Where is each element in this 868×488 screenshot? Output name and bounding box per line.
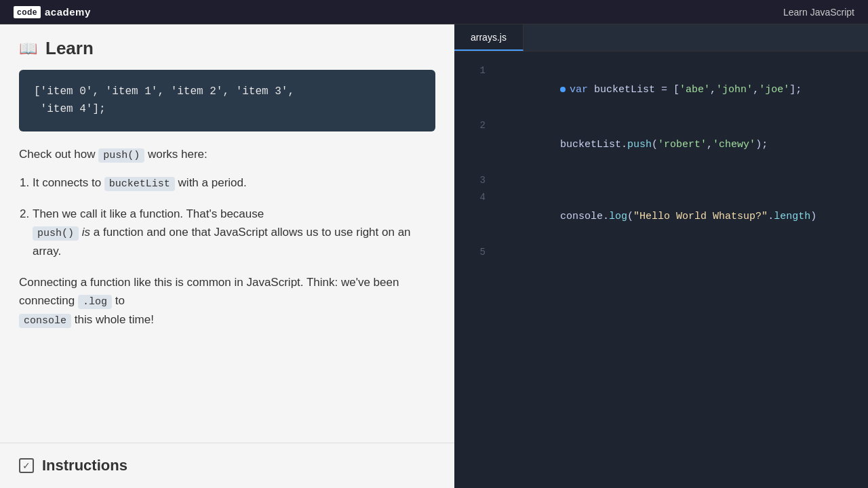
logo-academy: academy [45,6,91,18]
list-item-1: It connects to bucketList with a period. [33,174,435,192]
learn-title: Learn [45,38,94,59]
code-line-3: 3 [454,172,868,189]
line-num-3: 3 [465,172,486,189]
editor-body[interactable]: 1 var bucketList = ['abe','john','joe'];… [454,52,868,488]
bucketlist-inline: bucketList [104,177,175,191]
code-line-4: 4 console.log("Hello World Whatsup?".len… [454,189,868,244]
nav-course-title: Learn JavaScript [783,7,854,18]
p2-end: this whole time! [75,313,154,326]
line-num-2: 2 [465,117,486,134]
editor-tabs: arrays.js [454,24,868,52]
line-content-2: bucketList.push('robert','chewy'); [499,117,768,172]
intro-paragraph: Check out how push() works here: [19,145,435,164]
learn-content: Check out how push() works here: It conn… [0,145,454,339]
li1-after: with a period. [178,176,247,189]
instructions-label: Instructions [42,457,127,474]
book-icon: 📖 [19,40,37,58]
console-inline: console [19,314,71,328]
code-example-block: ['item 0', 'item 1', 'item 2', 'item 3',… [19,70,435,131]
line-num-4: 4 [465,189,486,206]
p2-before: Connecting a function like this is commo… [19,276,399,307]
logo-code: code [14,6,41,18]
paragraph2: Connecting a function like this is commo… [19,273,435,329]
intro-after: works here: [148,148,208,161]
learn-panel: 📖 Learn ['item 0', 'item 1', 'item 2', '… [0,24,454,488]
tab-label: arrays.js [471,32,507,43]
intro-before: Check out how [19,148,95,161]
arrays-js-tab[interactable]: arrays.js [454,24,524,51]
line-indicator [560,87,566,92]
code-line-5: 5 [454,244,868,261]
main-layout: 📖 Learn ['item 0', 'item 1', 'item 2', '… [0,24,868,488]
code-line-2: 2 bucketList.push('robert','chewy'); [454,117,868,172]
line-content-4: console.log("Hello World Whatsup?".lengt… [499,189,816,244]
li2-before: Then we call it like a function. That's … [33,207,264,220]
line-content-1: var bucketList = ['abe','john','joe']; [499,62,802,117]
learn-header: 📖 Learn [0,24,454,70]
logo: code academy [14,6,91,18]
push-inline-2: push() [33,226,79,241]
push-inline-code: push() [98,148,144,163]
log-inline: .log [78,295,112,309]
li1-before: It connects to [33,176,104,189]
p2-mid: to [115,294,125,307]
top-nav: code academy Learn JavaScript [0,0,868,24]
code-example-text: ['item 0', 'item 1', 'item 2', 'item 3',… [34,85,294,115]
editor-panel: arrays.js 1 var bucketList = ['abe','joh… [454,24,868,488]
instructions-bar[interactable]: ✓ Instructions [0,443,454,488]
list: It connects to bucketList with a period.… [33,174,435,260]
li2-italic: is [82,226,90,239]
list-item-2: Then we call it like a function. That's … [33,205,435,260]
instructions-checkbox[interactable]: ✓ [19,458,34,473]
code-line-1: 1 var bucketList = ['abe','john','joe']; [454,62,868,117]
line-num-1: 1 [465,62,486,79]
line-num-5: 5 [465,244,486,261]
